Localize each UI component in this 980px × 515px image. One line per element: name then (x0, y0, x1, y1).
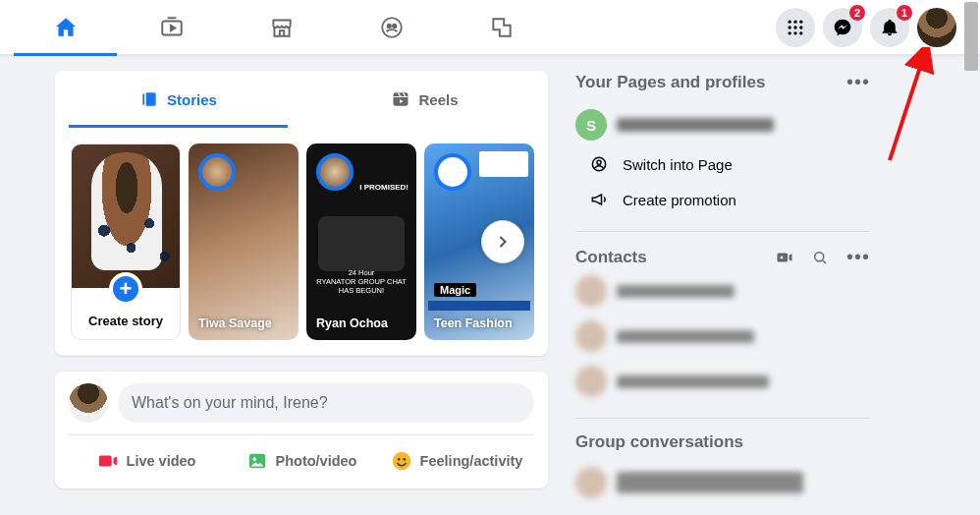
story-name: Ryan Ochoa (316, 316, 407, 330)
menu-button[interactable] (776, 8, 815, 47)
group-conv-item[interactable] (575, 460, 870, 505)
grid-icon (786, 18, 805, 37)
nav-watch[interactable] (117, 0, 227, 55)
composer-row: What's on your mind, Irene? (69, 383, 534, 423)
svg-point-3 (393, 25, 396, 28)
switch-page-label: Switch into Page (623, 156, 733, 173)
nav-home[interactable] (14, 0, 117, 55)
composer-actions: Live video Photo/video Feeling/activity (69, 434, 534, 481)
scrollbar-thumb[interactable] (964, 2, 978, 71)
feed-column: Stories Reels + Create story Tiwa Savage (55, 71, 548, 505)
svg-point-10 (789, 31, 791, 34)
center-nav (14, 0, 557, 55)
pages-header: Your Pages and profiles ••• (575, 71, 870, 93)
main-area: Stories Reels + Create story Tiwa Savage (0, 55, 980, 505)
stories-tabs: Stories Reels (55, 71, 548, 128)
plus-icon: + (109, 272, 142, 306)
page-scrollbar[interactable]: ▲ (964, 0, 978, 515)
switch-icon (589, 154, 609, 174)
feeling-label: Feeling/activity (420, 453, 523, 469)
right-cluster: 2 1 (776, 8, 980, 47)
contact-item[interactable] (575, 268, 870, 314)
divider (575, 418, 870, 419)
story-name: Teen Fashion (434, 316, 524, 330)
composer-avatar[interactable] (69, 383, 108, 423)
story-avatar (434, 153, 471, 191)
notifications-button[interactable]: 1 (870, 8, 909, 47)
story-item[interactable]: Tiwa Savage (189, 143, 299, 340)
page-name-redacted (617, 118, 774, 132)
live-video-label: Live video (127, 453, 196, 469)
story-item[interactable]: I PROMISED! 24 HourRYANATOR GROUP CHATHA… (306, 143, 416, 340)
stories-next-button[interactable] (481, 220, 524, 263)
new-room-button[interactable] (776, 249, 793, 266)
messenger-button[interactable]: 2 (823, 8, 862, 47)
story-create[interactable]: + Create story (71, 143, 181, 340)
story-avatar (316, 153, 354, 191)
contacts-menu-button[interactable]: ••• (846, 246, 870, 268)
group-conv-title: Group conversations (575, 432, 870, 452)
svg-point-22 (815, 252, 824, 260)
gaming-icon (489, 15, 515, 40)
photo-video-button[interactable]: Photo/video (224, 441, 379, 481)
svg-point-18 (403, 458, 406, 461)
svg-point-20 (597, 160, 601, 164)
bell-icon (880, 18, 899, 37)
reels-icon (391, 89, 410, 109)
contact-item[interactable] (575, 314, 870, 359)
divider (575, 231, 870, 232)
video-camera-icon (97, 450, 119, 472)
tab-stories-label: Stories (167, 91, 217, 108)
photo-video-label: Photo/video (276, 453, 357, 469)
create-story-preview (72, 144, 180, 288)
top-nav-bar: 2 1 (0, 0, 980, 55)
svg-point-2 (388, 25, 391, 28)
create-promotion-button[interactable]: Create promotion (575, 182, 870, 217)
chevron-right-icon (493, 232, 513, 252)
home-icon (53, 15, 79, 40)
composer-card: What's on your mind, Irene? Live video P… (55, 372, 548, 488)
tab-reels[interactable]: Reels (301, 71, 548, 128)
svg-point-17 (398, 458, 401, 461)
story-caption: Magic (434, 283, 476, 297)
contact-item[interactable] (575, 359, 870, 404)
megaphone-icon (589, 190, 609, 209)
nav-groups[interactable] (337, 0, 447, 55)
stories-card: Stories Reels + Create story Tiwa Savage (55, 71, 548, 356)
account-avatar[interactable] (917, 8, 956, 47)
svg-point-16 (392, 452, 409, 470)
switch-page-button[interactable]: Switch into Page (575, 146, 870, 182)
watch-icon (159, 15, 185, 40)
tab-reels-label: Reels (418, 91, 458, 108)
svg-point-1 (382, 18, 402, 37)
pages-title: Your Pages and profiles (575, 73, 765, 92)
messenger-badge: 2 (848, 4, 866, 22)
page-avatar-letter: S (575, 109, 607, 141)
svg-point-6 (799, 20, 802, 23)
svg-point-4 (789, 20, 791, 23)
svg-point-12 (799, 31, 802, 34)
pages-menu-button[interactable]: ••• (846, 71, 870, 93)
svg-rect-13 (394, 92, 408, 105)
contacts-title: Contacts (575, 248, 776, 267)
right-sidebar: Your Pages and profiles ••• S Switch int… (575, 71, 870, 505)
composer-input[interactable]: What's on your mind, Irene? (118, 383, 534, 423)
search-contacts-button[interactable] (811, 249, 829, 266)
svg-point-8 (793, 26, 796, 29)
svg-point-5 (793, 20, 796, 23)
notifications-badge: 1 (896, 4, 913, 22)
nav-marketplace[interactable] (227, 0, 337, 55)
live-video-button[interactable]: Live video (69, 441, 224, 481)
groups-icon (379, 15, 405, 40)
page-item[interactable]: S (575, 103, 870, 146)
create-promotion-label: Create promotion (623, 192, 736, 208)
stories-row: + Create story Tiwa Savage I PROMISED! 2… (55, 128, 548, 356)
svg-point-11 (793, 31, 796, 34)
feeling-button[interactable]: Feeling/activity (379, 441, 534, 481)
tab-stories[interactable]: Stories (55, 71, 301, 128)
svg-point-9 (799, 26, 802, 29)
contacts-header: Contacts ••• (575, 246, 870, 268)
nav-gaming[interactable] (447, 0, 557, 55)
smile-icon (391, 450, 412, 472)
photo-icon (246, 450, 268, 472)
